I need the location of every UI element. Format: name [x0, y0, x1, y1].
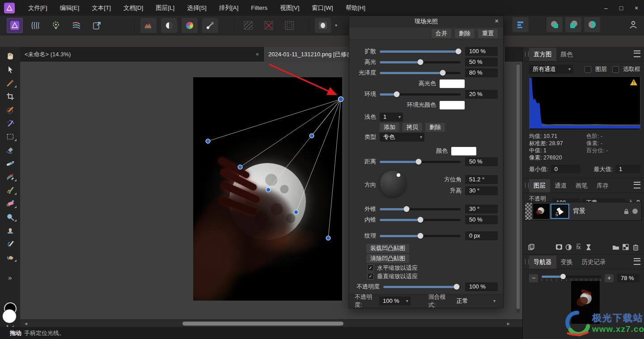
zoom-out-button[interactable]: −: [529, 274, 538, 282]
menu-edit[interactable]: 编辑[E]: [54, 0, 86, 16]
specular-color-swatch[interactable]: [440, 80, 465, 88]
view-tool[interactable]: [0, 50, 20, 63]
zoom-slider[interactable]: [542, 276, 601, 278]
layer-name[interactable]: 背景: [573, 207, 585, 215]
duplicate-layer-icon[interactable]: [526, 243, 536, 251]
layer-row-lock-icon[interactable]: [624, 209, 629, 214]
outer-cone-value[interactable]: 30 °: [465, 205, 498, 213]
opacity-slider[interactable]: [383, 286, 461, 288]
export-persona-button[interactable]: [89, 18, 105, 33]
gradient-tool[interactable]: [0, 157, 20, 170]
lighting-filter-thumbnail[interactable]: [551, 204, 569, 219]
zoom-value[interactable]: 78 %: [617, 274, 640, 282]
doc-tab-untitled-close-icon[interactable]: ×: [255, 51, 259, 58]
merge-button[interactable]: 合并: [432, 29, 451, 38]
window-close-button[interactable]: ×: [629, 0, 644, 16]
horizontal-scrollbar[interactable]: ◄ ►: [20, 319, 522, 327]
diffuse-value[interactable]: 100 %: [465, 47, 498, 56]
layer-effects-icon[interactable]: fx: [574, 243, 584, 251]
clone-stamp-tool[interactable]: [0, 224, 20, 237]
clear-bump-map-button[interactable]: 清除凹凸贴图: [366, 254, 409, 263]
photo-persona-button[interactable]: [7, 18, 23, 33]
color-picker-tool[interactable]: [0, 76, 20, 90]
menu-layer[interactable]: 图层[L]: [149, 0, 181, 16]
light-select[interactable]: 1: [380, 113, 403, 121]
min-input[interactable]: 0: [551, 165, 580, 173]
tab-channels[interactable]: 通道: [550, 179, 571, 193]
invert-selection-button[interactable]: [281, 18, 297, 33]
warning-icon[interactable]: !: [630, 79, 638, 86]
diffuse-slider[interactable]: [380, 50, 461, 53]
direction-handle-dot[interactable]: [397, 173, 400, 177]
tab-history[interactable]: 历史记录: [577, 255, 610, 269]
tab-layers[interactable]: 图层: [529, 179, 550, 193]
menu-arrange[interactable]: 排列[A]: [213, 0, 245, 16]
auto-white-balance-button[interactable]: [202, 18, 218, 33]
pixel-brush-tool[interactable]: [0, 184, 20, 197]
paint-brush-tool[interactable]: [0, 170, 20, 184]
direction-sphere[interactable]: [380, 171, 406, 197]
tab-color[interactable]: 颜色: [556, 48, 577, 61]
primary-color-swatch[interactable]: [3, 310, 16, 323]
flood-fill-tool[interactable]: [0, 143, 20, 157]
load-bump-map-button[interactable]: 装载凹凸贴图: [366, 244, 409, 253]
account-button[interactable]: [625, 17, 641, 32]
selection-brush-tool[interactable]: [0, 103, 20, 117]
smudge-brush-tool[interactable]: [0, 251, 20, 264]
move-forward-button[interactable]: [565, 17, 581, 32]
azimuth-value[interactable]: 51.2 °: [465, 175, 498, 184]
layer-visibility-toggle[interactable]: [632, 209, 638, 214]
undo-brush-tool[interactable]: [0, 237, 20, 251]
auto-colors-button[interactable]: [182, 18, 198, 33]
tab-histogram[interactable]: 直方图: [529, 48, 556, 61]
scale-y-checkbox[interactable]: ✓: [367, 273, 374, 280]
quick-mask-button[interactable]: [315, 18, 331, 33]
new-layer-icon[interactable]: [621, 243, 631, 251]
tab-brushes[interactable]: 画笔: [571, 179, 592, 193]
develop-persona-button[interactable]: [48, 18, 64, 33]
layer-row-background[interactable]: › 背景: [525, 202, 642, 221]
scale-x-checkbox[interactable]: ✓: [367, 264, 374, 271]
group-layers-icon[interactable]: [611, 243, 621, 251]
vertical-scrollbar[interactable]: [517, 63, 520, 314]
reset-button[interactable]: 重置: [478, 29, 498, 38]
move-to-front-button[interactable]: [547, 17, 563, 32]
max-input[interactable]: 1: [615, 165, 640, 173]
add-light-button[interactable]: 添加: [380, 123, 399, 132]
distance-value[interactable]: 50 %: [465, 157, 498, 166]
erase-brush-tool[interactable]: [0, 197, 20, 210]
footer-opacity-select[interactable]: 100 %: [379, 297, 411, 306]
auto-levels-button[interactable]: [140, 18, 157, 33]
menu-select[interactable]: 选择[S]: [181, 0, 213, 16]
move-backward-button[interactable]: [584, 17, 600, 32]
auto-contrast-button[interactable]: [161, 18, 177, 33]
layers-menu-icon[interactable]: [634, 182, 640, 188]
marquee-checkbox[interactable]: [612, 66, 619, 73]
adjustment-layer-icon[interactable]: [564, 243, 574, 251]
texture-value[interactable]: 0 px: [465, 231, 498, 240]
shininess-slider[interactable]: [380, 72, 461, 74]
move-tool[interactable]: [0, 63, 20, 76]
texture-slider[interactable]: [380, 235, 461, 237]
distance-slider[interactable]: [380, 161, 461, 163]
menu-view[interactable]: 视图[V]: [274, 0, 306, 16]
menu-text[interactable]: 文本[T]: [85, 0, 117, 16]
navigator-menu-icon[interactable]: [634, 258, 640, 265]
delete-filter-button[interactable]: 删除: [455, 29, 475, 38]
alignment-button[interactable]: [513, 17, 529, 32]
ambient-color-swatch[interactable]: [440, 101, 465, 109]
copy-light-button[interactable]: 拷贝: [402, 123, 422, 132]
outer-cone-slider[interactable]: [380, 208, 461, 210]
dialog-close-icon[interactable]: ×: [495, 17, 499, 25]
layer-checkbox[interactable]: [585, 66, 591, 73]
menu-document[interactable]: 文档[D]: [117, 0, 149, 16]
menu-window[interactable]: 窗口[W]: [306, 0, 339, 16]
opacity-value[interactable]: 100 %: [465, 282, 498, 291]
zoom-in-button[interactable]: +: [605, 274, 614, 282]
elevation-value[interactable]: 30 °: [465, 186, 498, 195]
inner-cone-slider[interactable]: [380, 219, 461, 221]
window-minimize-button[interactable]: –: [598, 0, 614, 16]
menu-help[interactable]: 帮助[H]: [339, 0, 372, 16]
layer-expand-strip[interactable]: ›: [525, 203, 532, 220]
ambient-slider[interactable]: [380, 93, 461, 96]
